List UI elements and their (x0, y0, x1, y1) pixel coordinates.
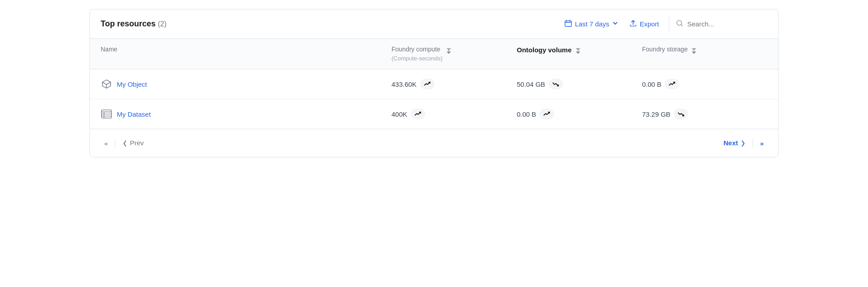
pagination-right: Next » (720, 136, 767, 150)
col-ontology-sort-icon[interactable] (574, 46, 582, 56)
first-page-button[interactable]: « (101, 137, 111, 150)
panel-title: Top resources (2) (101, 19, 554, 29)
export-label: Export (640, 20, 659, 28)
col-compute-header: Foundry compute (Compute-seconds) (391, 45, 517, 63)
last-page-button[interactable]: » (757, 137, 767, 150)
ontology-value-myobject: 50.04 GB (517, 79, 642, 89)
resource-count: (2) (158, 20, 167, 28)
compute-value-mydataset: 400K (391, 109, 517, 119)
top-resources-panel: Top resources (2) Last 7 days (89, 9, 779, 157)
chevron-down-icon (612, 20, 618, 28)
storage-value-myobject: 0.00 B (642, 79, 767, 89)
col-ontology-label: Ontology volume (517, 45, 572, 55)
col-storage-sort-icon[interactable] (690, 46, 698, 56)
chevron-right-icon (741, 139, 745, 147)
prev-page-button[interactable]: Prev (119, 136, 147, 150)
chevron-left-icon (123, 139, 129, 147)
table-row: My Object 433.60K 50.04 GB (90, 69, 778, 99)
col-compute-sort-icon[interactable] (445, 46, 452, 56)
resource-name-myobject[interactable]: My Object (101, 78, 391, 90)
search-icon (676, 19, 684, 29)
compute-trend-mydataset[interactable] (411, 109, 425, 119)
panel-header: Top resources (2) Last 7 days (90, 9, 778, 39)
pagination-divider-right (753, 139, 753, 148)
export-icon (629, 19, 637, 29)
ontology-trend-mydataset[interactable] (540, 109, 554, 119)
resource-link-mydataset[interactable]: My Dataset (117, 110, 151, 118)
search-input[interactable] (687, 20, 759, 28)
calendar-icon (564, 19, 572, 29)
compute-trend-myobject[interactable] (420, 79, 434, 89)
resources-table: Name Foundry compute (Compute-seconds) O… (90, 39, 778, 129)
pagination-footer: « Prev Next » (90, 129, 778, 157)
storage-trend-myobject[interactable] (665, 79, 679, 89)
table-header-row: Name Foundry compute (Compute-seconds) O… (90, 39, 778, 69)
storage-text-mydataset: 73.29 GB (642, 110, 670, 118)
col-compute-sub: (Compute-seconds) (391, 55, 443, 62)
pagination-divider-left (115, 139, 115, 148)
table-row: My Dataset 400K 0.00 B (90, 99, 778, 129)
storage-text-myobject: 0.00 B (642, 80, 661, 88)
next-label: Next (723, 139, 738, 147)
storage-value-mydataset: 73.29 GB (642, 109, 767, 119)
resource-link-myobject[interactable]: My Object (117, 80, 147, 88)
compute-text-mydataset: 400K (391, 110, 407, 118)
export-button[interactable]: Export (625, 17, 664, 31)
next-page-button[interactable]: Next (720, 136, 749, 150)
col-ontology-header: Ontology volume (517, 45, 642, 63)
col-storage-header: Foundry storage (642, 45, 767, 63)
col-storage-label: Foundry storage (642, 45, 688, 54)
ontology-text-myobject: 50.04 GB (517, 80, 545, 88)
header-controls: Last 7 days Export (560, 17, 664, 31)
svg-line-5 (681, 25, 682, 26)
compute-text-myobject: 433.60K (391, 80, 417, 88)
compute-value-myobject: 433.60K (391, 79, 517, 89)
search-area (669, 17, 767, 31)
pagination-left: « Prev (101, 136, 147, 150)
dataset-icon (101, 108, 112, 120)
col-name-label: Name (101, 45, 117, 54)
resource-name-mydataset[interactable]: My Dataset (101, 108, 391, 120)
prev-label: Prev (130, 139, 144, 147)
date-range-button[interactable]: Last 7 days (560, 17, 623, 31)
svg-rect-0 (565, 21, 571, 27)
object-icon (101, 78, 112, 90)
ontology-value-mydataset: 0.00 B (517, 109, 642, 119)
date-range-label: Last 7 days (575, 20, 609, 28)
ontology-trend-myobject[interactable] (549, 79, 563, 89)
storage-trend-mydataset[interactable] (674, 109, 688, 119)
title-text: Top resources (101, 19, 156, 28)
col-name-header: Name (101, 45, 391, 63)
col-compute-label: Foundry compute (Compute-seconds) (391, 45, 443, 63)
ontology-text-mydataset: 0.00 B (517, 110, 536, 118)
